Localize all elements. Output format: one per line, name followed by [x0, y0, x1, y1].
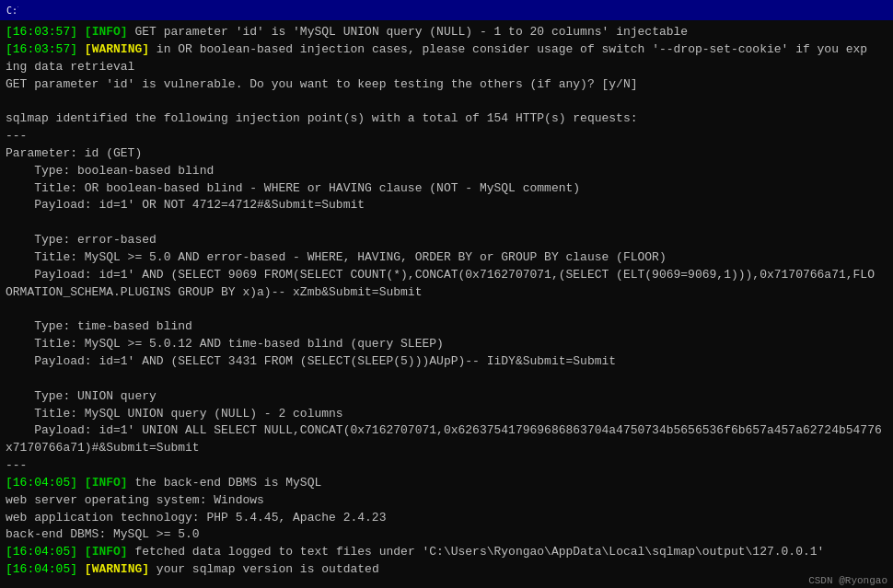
cmd-icon: C:\ — [6, 4, 18, 17]
terminal[interactable]: [16:03:57] [INFO] GET parameter 'id' is … — [0, 20, 893, 588]
title-bar: C:\ — [0, 0, 893, 20]
watermark: CSDN @Ryongao — [803, 573, 893, 588]
svg-text:C:\: C:\ — [6, 6, 18, 16]
